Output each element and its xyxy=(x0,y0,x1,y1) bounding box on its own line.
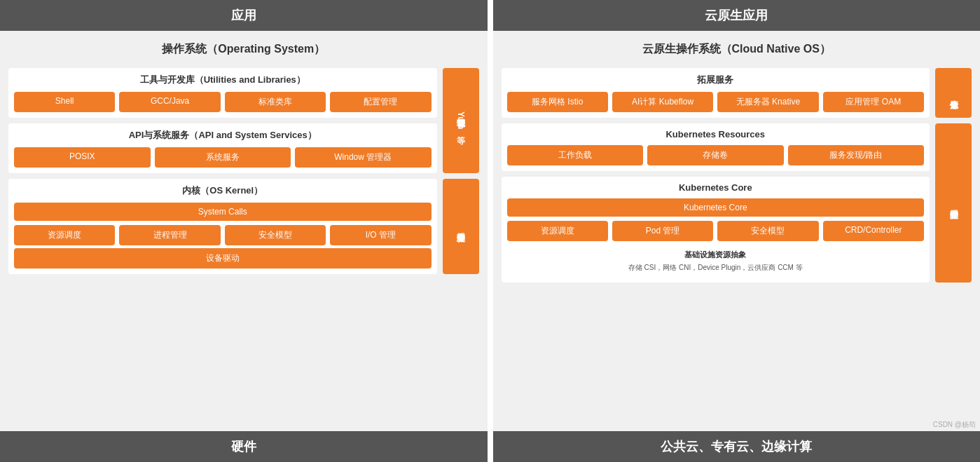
infra-title: 基础设施资源抽象 xyxy=(513,250,919,260)
bottom-bar-left: 硬件 xyxy=(0,431,488,462)
bottom-bar-divider xyxy=(488,431,493,462)
registry-sidebar-bar: 镜像仓库 xyxy=(935,68,972,118)
k8s-core-title: Kubernetes Core xyxy=(507,182,925,193)
k8s-resources-section: Kubernetes Resources 工作负载 存储卷 服务发现/路由 xyxy=(502,123,930,171)
panel-divider xyxy=(488,31,493,431)
k8s-core-sched: 资源调度 xyxy=(507,221,608,241)
security-sidebar-bar-right: 安全管理服务 xyxy=(935,123,972,283)
right-sections: 拓展服务 服务网格 Istio AI计算 Kubeflow 无服务器 Knati… xyxy=(502,68,930,423)
ext-oam: 应用管理 OAM xyxy=(823,92,924,112)
k8s-discovery: 服务发现/路由 xyxy=(788,145,925,165)
k8s-resources-title: Kubernetes Resources xyxy=(507,129,925,140)
utilities-row: Shell GCC/Java 标准类库 配置管理 xyxy=(14,92,432,112)
api-posix: POSIX xyxy=(14,147,151,168)
extension-row: 服务网格 Istio AI计算 Kubeflow 无服务器 Knative 应用… xyxy=(507,92,925,112)
top-bar-right: 云原生应用 xyxy=(493,0,981,31)
api-section: API与系统服务（API and System Services） POSIX … xyxy=(8,123,437,173)
utilities-title: 工具与开发库（Utilities and Libraries） xyxy=(14,74,432,86)
util-config: 配置管理 xyxy=(330,92,431,112)
utilities-section: 工具与开发库（Utilities and Libraries） Shell GC… xyxy=(8,68,437,118)
api-services: 系统服务 xyxy=(155,147,291,168)
pkg-label: 软件包管理Yum等 xyxy=(455,111,467,129)
k8s-workload: 工作负载 xyxy=(507,145,644,165)
api-row: POSIX 系统服务 Window 管理器 xyxy=(14,147,432,168)
api-window: Window 管理器 xyxy=(295,147,432,168)
main-content: 操作系统（Operating System） 工具与开发库（Utilities … xyxy=(0,31,980,431)
kernel-proc: 进程管理 xyxy=(119,225,220,245)
security-sidebar-bar-left: 安全管理服务 xyxy=(443,179,479,274)
left-sidebar-bars: 软件包管理Yum等 安全管理服务 xyxy=(443,68,479,423)
k8s-core-section: Kubernetes Core Kubernetes Core 资源调度 Pod… xyxy=(502,177,930,283)
infra-box: 基础设施资源抽象 存储 CSI，网络 CNI，Device Plugin，云供应… xyxy=(507,245,925,277)
kernel-devices: 设备驱动 xyxy=(14,248,432,269)
ext-kubeflow: AI计算 Kubeflow xyxy=(612,92,713,112)
kernel-title: 内核（OS Kernel） xyxy=(14,184,432,197)
kernel-sched: 资源调度 xyxy=(14,225,115,245)
top-bar-divider xyxy=(488,0,493,31)
right-panel: 云原生操作系统（Cloud Native OS） 拓展服务 服务网格 Istio… xyxy=(493,31,981,431)
ext-knative: 无服务器 Knative xyxy=(717,92,818,112)
bottom-right-label: 公共云、专有云、边缘计算 xyxy=(661,438,812,455)
kernel-section: 内核（OS Kernel） System Calls 资源调度 进程管理 安全模… xyxy=(8,179,437,274)
k8s-resources-row: 工作负载 存储卷 服务发现/路由 xyxy=(507,145,925,165)
left-panel: 操作系统（Operating System） 工具与开发库（Utilities … xyxy=(0,31,488,431)
extension-section: 拓展服务 服务网格 Istio AI计算 Kubeflow 无服务器 Knati… xyxy=(502,68,930,118)
infra-sub: 存储 CSI，网络 CNI，Device Plugin，云供应商 CCM 等 xyxy=(513,263,919,273)
k8s-core-label: Kubernetes Core xyxy=(507,198,925,217)
util-gcc: GCC/Java xyxy=(119,92,220,112)
left-panel-title: 操作系统（Operating System） xyxy=(8,39,479,62)
right-sidebar-bars: 镜像仓库 安全管理服务 xyxy=(935,68,972,423)
api-title: API与系统服务（API and System Services） xyxy=(14,129,432,142)
k8s-core-security: 安全模型 xyxy=(717,221,818,241)
bottom-bar-right: 公共云、专有云、边缘计算 xyxy=(493,431,981,462)
ext-istio: 服务网格 Istio xyxy=(507,92,608,112)
k8s-core-pod: Pod 管理 xyxy=(612,221,713,241)
k8s-storage: 存储卷 xyxy=(647,145,784,165)
k8s-core-row1: 资源调度 Pod 管理 安全模型 CRD/Controller xyxy=(507,221,925,241)
top-right-label: 云原生应用 xyxy=(705,7,768,24)
util-shell: Shell xyxy=(14,92,115,112)
pkg-sidebar-bar: 软件包管理Yum等 xyxy=(443,68,479,173)
top-bar-left: 应用 xyxy=(0,0,488,31)
kernel-io: I/O 管理 xyxy=(330,225,431,245)
k8s-core-crd: CRD/Controller xyxy=(823,221,924,241)
kernel-syscalls: System Calls xyxy=(14,203,432,221)
right-panel-title: 云原生操作系统（Cloud Native OS） xyxy=(502,39,972,62)
bottom-bar: 硬件 公共云、专有云、边缘计算 xyxy=(0,431,980,462)
util-stdlib: 标准类库 xyxy=(225,92,326,112)
left-sections: 工具与开发库（Utilities and Libraries） Shell GC… xyxy=(8,68,437,423)
extension-title: 拓展服务 xyxy=(507,74,925,86)
top-left-label: 应用 xyxy=(231,7,256,24)
bottom-left-label: 硬件 xyxy=(231,438,256,455)
right-inner: 拓展服务 服务网格 Istio AI计算 Kubeflow 无服务器 Knati… xyxy=(502,68,972,423)
kernel-row1: 资源调度 进程管理 安全模型 I/O 管理 xyxy=(14,225,432,245)
kernel-security: 安全模型 xyxy=(225,225,326,245)
top-bar: 应用 云原生应用 xyxy=(0,0,980,31)
watermark: CSDN @杨苟 xyxy=(933,420,976,430)
